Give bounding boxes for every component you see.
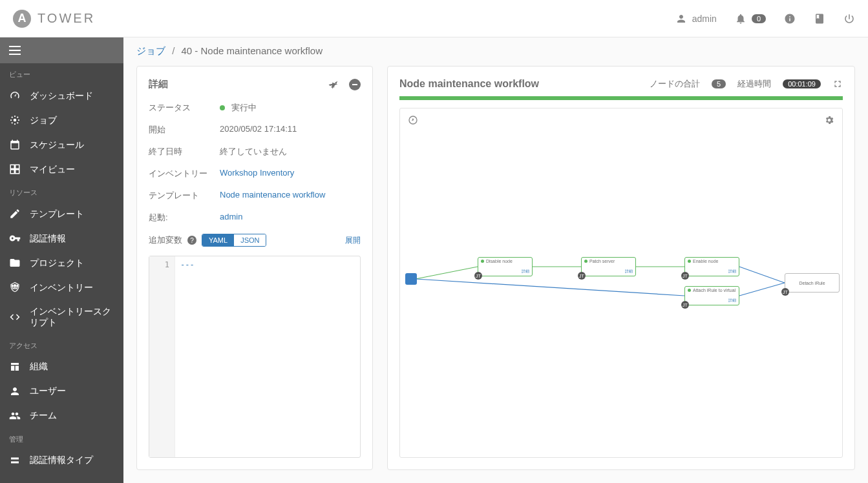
breadcrumb-root[interactable]: ジョブ [136, 45, 165, 56]
total-label: ノードの合計 [650, 78, 700, 90]
elapsed-value: 00:01:09 [783, 79, 821, 88]
section-access: アクセス [0, 334, 123, 355]
sidebar-item-inventory-scripts[interactable]: インベントリースクリプト [0, 300, 123, 334]
sidebar-item-orgs[interactable]: 組織 [0, 355, 123, 379]
sidebar-item-inventories[interactable]: インベントリー [0, 275, 123, 300]
about-button[interactable] [784, 13, 796, 25]
notifications[interactable]: 0 [735, 13, 766, 25]
workflow-title: Node maintenance workflow [399, 78, 539, 90]
power-icon [843, 13, 855, 25]
brand: A TOWER [13, 10, 95, 28]
svg-point-0 [14, 119, 17, 122]
username: admin [692, 14, 717, 24]
launchedby-link[interactable]: admin [220, 212, 361, 223]
inventory-icon [9, 282, 21, 293]
brand-name: TOWER [37, 11, 95, 26]
sidebar-item-label: 認証情報タイプ [30, 455, 114, 466]
sidebar-item-myview[interactable]: マイビュー [0, 157, 123, 181]
svg-line-17 [739, 267, 785, 283]
credtype-icon [9, 455, 21, 466]
hamburger-icon [9, 46, 21, 55]
node-detail-link[interactable]: 詳細 [728, 269, 736, 274]
jt-badge-icon: JT [474, 272, 482, 280]
code-icon [9, 311, 21, 323]
docs-button[interactable] [814, 13, 825, 25]
section-view: ビュー [0, 63, 123, 83]
details-panel: 詳細 ステータス 実行中 開始 2020/05/02 17:14:11 終了日時 [136, 66, 373, 470]
sidebar-item-teams[interactable]: チーム [0, 404, 123, 428]
sidebar-item-label: インベントリー [30, 282, 114, 293]
svg-point-3 [10, 119, 12, 121]
notification-count: 0 [752, 14, 766, 23]
workflow-node-detach[interactable]: Detach iRule JT [785, 273, 840, 293]
jt-badge-icon: JT [681, 301, 689, 309]
sidebar-item-label: ダッシュボード [30, 90, 114, 101]
workflow-node-enable[interactable]: Enable node 詳細 JT [684, 257, 739, 276]
expand-link[interactable]: 展開 [345, 235, 361, 246]
code-editor[interactable]: 1 --- [149, 256, 361, 458]
end-value: 終了していません [220, 146, 361, 158]
sidebar-item-label: 組織 [30, 361, 114, 372]
sidebar-toggle[interactable] [0, 37, 123, 63]
key-icon [9, 232, 21, 244]
sidebar-item-jobs[interactable]: ジョブ [0, 108, 123, 132]
info-icon [784, 13, 796, 25]
svg-point-6 [17, 117, 18, 118]
inventory-link[interactable]: Workshop Inventory [220, 168, 361, 180]
relaunch-icon[interactable] [328, 79, 340, 90]
node-detail-link[interactable]: 詳細 [522, 269, 529, 274]
status-dot-icon [220, 105, 225, 110]
inventory-label: インベントリー [149, 168, 220, 180]
svg-point-7 [12, 122, 13, 123]
cancel-icon[interactable] [349, 79, 361, 90]
start-value: 2020/05/02 17:14:11 [220, 124, 361, 136]
sidebar: ビュー ダッシュボード ジョブ スケジュール マイビュー リソース テンプレート… [0, 37, 123, 483]
help-icon[interactable]: ? [187, 236, 196, 245]
workflow-canvas[interactable]: Disable node 詳細 JT Patch server 詳細 JT En… [400, 108, 842, 457]
extravars-label: 追加変数 [149, 234, 182, 246]
format-toggle: YAML JSON [202, 234, 266, 247]
sidebar-item-label: ジョブ [30, 115, 114, 126]
myview-icon [9, 163, 21, 175]
breadcrumb: ジョブ / 40 - Node maintenance workflow [123, 37, 868, 66]
node-detail-link[interactable]: 詳細 [625, 269, 633, 274]
sidebar-item-users[interactable]: ユーザー [0, 379, 123, 404]
jt-badge-icon: JT [578, 272, 586, 280]
header-right: admin 0 [675, 13, 855, 25]
details-title: 詳細 [149, 78, 168, 90]
sidebar-item-projects[interactable]: プロジェクト [0, 251, 123, 275]
code-gutter: 1 [149, 256, 175, 457]
yaml-toggle[interactable]: YAML [202, 234, 234, 246]
brand-logo: A [13, 10, 31, 28]
fullscreen-icon[interactable] [832, 79, 843, 89]
user-icon [675, 13, 687, 25]
user-menu[interactable]: admin [675, 13, 717, 25]
sidebar-item-dashboard[interactable]: ダッシュボード [0, 83, 123, 108]
team-icon [9, 410, 21, 422]
sidebar-item-label: チーム [30, 410, 114, 421]
main: ジョブ / 40 - Node maintenance workflow 詳細 … [123, 37, 868, 483]
calendar-icon [9, 139, 21, 150]
workflow-node-disable[interactable]: Disable node 詳細 JT [478, 257, 533, 276]
svg-point-4 [18, 119, 19, 121]
svg-line-16 [416, 279, 684, 296]
svg-point-1 [14, 116, 16, 117]
node-detail-link[interactable]: 詳細 [728, 298, 736, 303]
start-label: 開始 [149, 124, 220, 136]
workflow-node-attach[interactable]: Attach iRule to virtual ser... 詳細 JT [684, 286, 739, 305]
workflow-start-node[interactable] [405, 273, 417, 285]
workflow-node-patch[interactable]: Patch server 詳細 JT [581, 257, 636, 276]
jt-badge-icon: JT [781, 288, 789, 296]
sidebar-item-label: テンプレート [30, 209, 114, 220]
sidebar-item-templates[interactable]: テンプレート [0, 201, 123, 226]
json-toggle[interactable]: JSON [234, 234, 266, 246]
sidebar-item-label: ユーザー [30, 385, 114, 396]
sidebar-item-credtypes[interactable]: 認証情報タイプ [0, 448, 123, 473]
sidebar-item-credentials[interactable]: 認証情報 [0, 226, 123, 251]
template-link[interactable]: Node maintenance workflow [220, 190, 361, 201]
elapsed-label: 経過時間 [737, 78, 771, 90]
sidebar-item-schedules[interactable]: スケジュール [0, 132, 123, 157]
end-label: 終了日時 [149, 146, 220, 158]
breadcrumb-sep: / [172, 45, 175, 56]
logout-button[interactable] [843, 13, 855, 25]
